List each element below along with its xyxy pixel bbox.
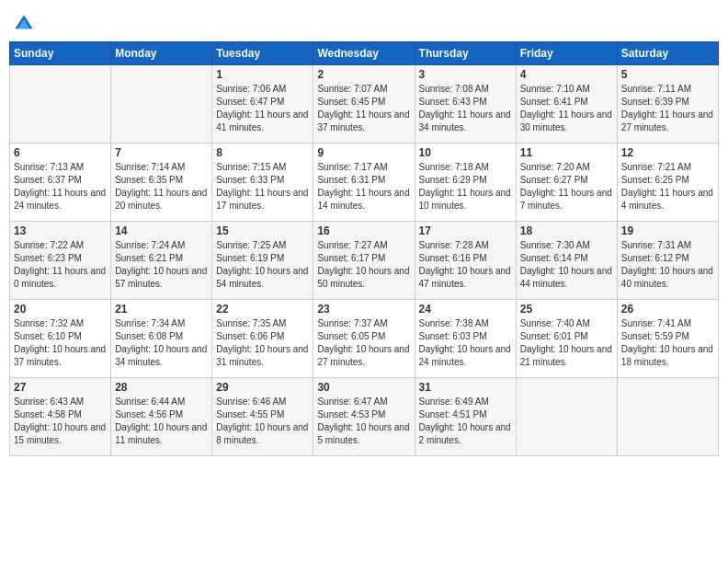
calendar-cell: 8Sunrise: 7:15 AMSunset: 6:33 PMDaylight… — [212, 144, 313, 222]
calendar-cell: 22Sunrise: 7:35 AMSunset: 6:06 PMDayligh… — [212, 300, 313, 378]
calendar-cell: 19Sunrise: 7:31 AMSunset: 6:12 PMDayligh… — [617, 222, 718, 300]
page-header — [9, 9, 719, 34]
day-detail: Sunrise: 7:28 AMSunset: 6:16 PMDaylight:… — [419, 239, 512, 291]
calendar-cell: 12Sunrise: 7:21 AMSunset: 6:25 PMDayligh… — [617, 144, 718, 222]
day-number: 8 — [216, 146, 309, 159]
calendar-cell: 23Sunrise: 7:37 AMSunset: 6:05 PMDayligh… — [313, 300, 415, 378]
calendar-cell: 15Sunrise: 7:25 AMSunset: 6:19 PMDayligh… — [212, 222, 313, 300]
calendar-cell — [111, 65, 212, 144]
calendar-cell: 7Sunrise: 7:14 AMSunset: 6:35 PMDaylight… — [111, 144, 212, 222]
calendar-cell — [617, 378, 718, 456]
day-detail: Sunrise: 7:27 AMSunset: 6:17 PMDaylight:… — [317, 239, 410, 291]
col-header-saturday: Saturday — [617, 42, 718, 65]
logo — [14, 14, 37, 34]
day-number: 12 — [621, 146, 714, 159]
calendar-cell — [516, 378, 617, 456]
calendar-cell: 16Sunrise: 7:27 AMSunset: 6:17 PMDayligh… — [313, 222, 415, 300]
calendar-cell: 24Sunrise: 7:38 AMSunset: 6:03 PMDayligh… — [415, 300, 516, 378]
day-detail: Sunrise: 7:25 AMSunset: 6:19 PMDaylight:… — [216, 239, 309, 291]
calendar-cell: 9Sunrise: 7:17 AMSunset: 6:31 PMDaylight… — [313, 144, 415, 222]
calendar-cell: 10Sunrise: 7:18 AMSunset: 6:29 PMDayligh… — [415, 144, 516, 222]
day-number: 16 — [317, 224, 410, 237]
day-detail: Sunrise: 6:47 AMSunset: 4:53 PMDaylight:… — [317, 396, 410, 447]
calendar-cell: 26Sunrise: 7:41 AMSunset: 5:59 PMDayligh… — [617, 300, 718, 378]
calendar-cell: 6Sunrise: 7:13 AMSunset: 6:37 PMDaylight… — [10, 144, 111, 222]
day-number: 17 — [419, 224, 512, 237]
day-detail: Sunrise: 7:17 AMSunset: 6:31 PMDaylight:… — [317, 161, 410, 213]
day-detail: Sunrise: 7:21 AMSunset: 6:25 PMDaylight:… — [621, 161, 714, 213]
day-detail: Sunrise: 7:11 AMSunset: 6:39 PMDaylight:… — [621, 83, 714, 134]
day-detail: Sunrise: 7:08 AMSunset: 6:43 PMDaylight:… — [419, 83, 512, 134]
day-number: 11 — [520, 146, 613, 159]
day-detail: Sunrise: 7:41 AMSunset: 5:59 PMDaylight:… — [621, 317, 714, 369]
day-detail: Sunrise: 6:43 AMSunset: 4:58 PMDaylight:… — [14, 396, 107, 447]
day-detail: Sunrise: 6:44 AMSunset: 4:56 PMDaylight:… — [115, 396, 208, 447]
col-header-friday: Friday — [516, 42, 617, 65]
calendar-cell: 3Sunrise: 7:08 AMSunset: 6:43 PMDaylight… — [415, 65, 516, 144]
day-detail: Sunrise: 7:20 AMSunset: 6:27 PMDaylight:… — [520, 161, 613, 213]
day-number: 13 — [14, 224, 107, 237]
day-number: 18 — [520, 224, 613, 237]
calendar-cell: 1Sunrise: 7:06 AMSunset: 6:47 PMDaylight… — [212, 65, 313, 144]
day-number: 9 — [317, 146, 410, 159]
day-number: 5 — [621, 68, 714, 81]
calendar-cell: 31Sunrise: 6:49 AMSunset: 4:51 PMDayligh… — [415, 378, 516, 456]
day-number: 14 — [115, 224, 208, 237]
calendar-cell: 11Sunrise: 7:20 AMSunset: 6:27 PMDayligh… — [516, 144, 617, 222]
day-number: 7 — [115, 146, 208, 159]
day-number: 4 — [520, 68, 613, 81]
col-header-thursday: Thursday — [415, 42, 516, 65]
day-number: 20 — [14, 303, 107, 316]
calendar-cell: 14Sunrise: 7:24 AMSunset: 6:21 PMDayligh… — [111, 222, 212, 300]
calendar-cell: 20Sunrise: 7:32 AMSunset: 6:10 PMDayligh… — [10, 300, 111, 378]
day-detail: Sunrise: 7:07 AMSunset: 6:45 PMDaylight:… — [317, 83, 410, 134]
day-detail: Sunrise: 7:10 AMSunset: 6:41 PMDaylight:… — [520, 83, 613, 134]
day-detail: Sunrise: 7:38 AMSunset: 6:03 PMDaylight:… — [419, 317, 512, 369]
day-detail: Sunrise: 7:06 AMSunset: 6:47 PMDaylight:… — [216, 83, 309, 134]
day-detail: Sunrise: 7:18 AMSunset: 6:29 PMDaylight:… — [419, 161, 512, 213]
calendar-cell: 27Sunrise: 6:43 AMSunset: 4:58 PMDayligh… — [10, 378, 111, 456]
col-header-sunday: Sunday — [10, 42, 111, 65]
day-number: 15 — [216, 224, 309, 237]
day-detail: Sunrise: 7:22 AMSunset: 6:23 PMDaylight:… — [14, 239, 107, 291]
calendar-cell: 2Sunrise: 7:07 AMSunset: 6:45 PMDaylight… — [313, 65, 415, 144]
calendar-cell: 4Sunrise: 7:10 AMSunset: 6:41 PMDaylight… — [516, 65, 617, 144]
col-header-tuesday: Tuesday — [212, 42, 313, 65]
calendar-cell — [10, 65, 111, 144]
day-number: 26 — [621, 303, 714, 316]
day-detail: Sunrise: 6:46 AMSunset: 4:55 PMDaylight:… — [216, 396, 309, 447]
day-detail: Sunrise: 7:40 AMSunset: 6:01 PMDaylight:… — [520, 317, 613, 369]
day-number: 21 — [115, 303, 208, 316]
day-number: 22 — [216, 303, 309, 316]
calendar-cell: 29Sunrise: 6:46 AMSunset: 4:55 PMDayligh… — [212, 378, 313, 456]
day-detail: Sunrise: 7:30 AMSunset: 6:14 PMDaylight:… — [520, 239, 613, 291]
day-detail: Sunrise: 7:37 AMSunset: 6:05 PMDaylight:… — [317, 317, 410, 369]
day-number: 24 — [419, 303, 512, 316]
day-detail: Sunrise: 7:15 AMSunset: 6:33 PMDaylight:… — [216, 161, 309, 213]
calendar-cell: 28Sunrise: 6:44 AMSunset: 4:56 PMDayligh… — [111, 378, 212, 456]
day-number: 31 — [419, 381, 512, 394]
calendar-cell: 13Sunrise: 7:22 AMSunset: 6:23 PMDayligh… — [10, 222, 111, 300]
calendar-cell: 18Sunrise: 7:30 AMSunset: 6:14 PMDayligh… — [516, 222, 617, 300]
day-detail: Sunrise: 7:24 AMSunset: 6:21 PMDaylight:… — [115, 239, 208, 291]
day-number: 29 — [216, 381, 309, 394]
day-number: 10 — [419, 146, 512, 159]
col-header-monday: Monday — [111, 42, 212, 65]
day-detail: Sunrise: 7:32 AMSunset: 6:10 PMDaylight:… — [14, 317, 107, 369]
day-number: 19 — [621, 224, 714, 237]
day-detail: Sunrise: 6:49 AMSunset: 4:51 PMDaylight:… — [419, 396, 512, 447]
calendar-table: SundayMondayTuesdayWednesdayThursdayFrid… — [9, 41, 719, 456]
day-detail: Sunrise: 7:35 AMSunset: 6:06 PMDaylight:… — [216, 317, 309, 369]
calendar-cell: 5Sunrise: 7:11 AMSunset: 6:39 PMDaylight… — [617, 65, 718, 144]
day-number: 25 — [520, 303, 613, 316]
col-header-wednesday: Wednesday — [313, 42, 415, 65]
day-detail: Sunrise: 7:34 AMSunset: 6:08 PMDaylight:… — [115, 317, 208, 369]
calendar-cell: 30Sunrise: 6:47 AMSunset: 4:53 PMDayligh… — [313, 378, 415, 456]
day-number: 30 — [317, 381, 410, 394]
calendar-cell: 17Sunrise: 7:28 AMSunset: 6:16 PMDayligh… — [415, 222, 516, 300]
day-number: 1 — [216, 68, 309, 81]
day-number: 23 — [317, 303, 410, 316]
calendar-cell: 25Sunrise: 7:40 AMSunset: 6:01 PMDayligh… — [516, 300, 617, 378]
day-number: 3 — [419, 68, 512, 81]
logo-icon — [14, 14, 34, 34]
